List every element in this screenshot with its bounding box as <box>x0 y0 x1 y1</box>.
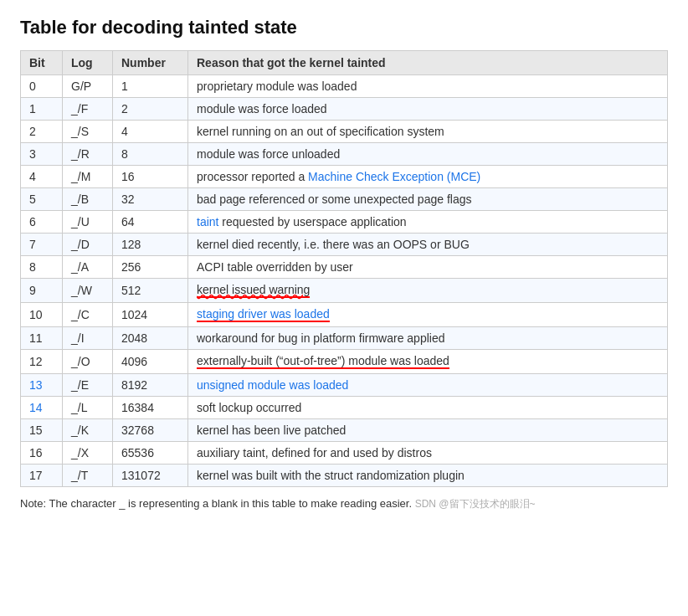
cell-log: _/E <box>63 374 113 397</box>
col-header-log: Log <box>63 51 113 75</box>
cell-log: G/P <box>63 75 113 98</box>
table-row: 3_/R8module was force unloaded <box>21 143 668 166</box>
table-row: 15_/K32768kernel has been live patched <box>21 419 668 442</box>
table-row: 7_/D128kernel died recently, i.e. there … <box>21 234 668 256</box>
cell-bit: 16 <box>21 442 63 465</box>
cell-number: 16 <box>113 166 188 188</box>
cell-log: _/I <box>63 327 113 350</box>
staging-link[interactable]: staging driver was loaded <box>197 307 330 321</box>
cell-bit: 9 <box>21 279 63 303</box>
table-row: 8_/A256ACPI table overridden by user <box>21 256 668 279</box>
cell-bit: 3 <box>21 143 63 166</box>
taint-link[interactable]: taint <box>197 215 218 228</box>
cell-reason: workaround for bug in platform firmware … <box>188 327 668 350</box>
table-row: 16_/X65536auxiliary taint, defined for a… <box>21 442 668 465</box>
cell-bit: 0 <box>21 75 63 98</box>
cell-number: 4096 <box>113 350 188 374</box>
cell-number: 32 <box>113 188 188 211</box>
cell-bit: 14 <box>21 397 63 419</box>
cell-log: _/T <box>63 465 113 487</box>
table-row: 4_/M16processor reported a Machine Check… <box>21 166 668 188</box>
cell-log: _/U <box>63 211 113 234</box>
table-row: 1_/F2module was force loaded <box>21 98 668 121</box>
cell-log: _/F <box>63 98 113 121</box>
table-header-row: Bit Log Number Reason that got the kerne… <box>21 51 668 75</box>
cell-bit: 13 <box>21 374 63 397</box>
cell-number: 2 <box>113 98 188 121</box>
cell-reason: unsigned module was loaded <box>188 374 668 397</box>
cell-number: 65536 <box>113 442 188 465</box>
cell-bit: 6 <box>21 211 63 234</box>
cell-log: _/M <box>63 166 113 188</box>
table-row: 12_/O4096externally-built (“out-of-tree”… <box>21 350 668 374</box>
cell-bit: 2 <box>21 121 63 143</box>
cell-reason: kernel running on an out of specificatio… <box>188 121 668 143</box>
cell-number: 32768 <box>113 419 188 442</box>
table-row: 9_/W512kernel issued warning <box>21 279 668 303</box>
cell-bit: 4 <box>21 166 63 188</box>
cell-number: 256 <box>113 256 188 279</box>
cell-reason: taint requested by userspace application <box>188 211 668 234</box>
cell-log: _/B <box>63 188 113 211</box>
cell-bit: 1 <box>21 98 63 121</box>
cell-log: _/S <box>63 121 113 143</box>
cell-reason: kernel has been live patched <box>188 419 668 442</box>
unsigned-link[interactable]: unsigned module was loaded <box>197 378 348 392</box>
cell-number: 131072 <box>113 465 188 487</box>
cell-reason: ACPI table overridden by user <box>188 256 668 279</box>
cell-number: 1024 <box>113 303 188 327</box>
cell-number: 16384 <box>113 397 188 419</box>
cell-bit: 11 <box>21 327 63 350</box>
cell-bit: 5 <box>21 188 63 211</box>
cell-reason: proprietary module was loaded <box>188 75 668 98</box>
cell-reason: soft lockup occurred <box>188 397 668 419</box>
tainted-state-table: Bit Log Number Reason that got the kerne… <box>20 50 668 487</box>
cell-reason: module was force unloaded <box>188 143 668 166</box>
table-row: 2_/S4kernel running on an out of specifi… <box>21 121 668 143</box>
bit-link[interactable]: 14 <box>29 401 43 414</box>
cell-log: _/L <box>63 397 113 419</box>
cell-bit: 12 <box>21 350 63 374</box>
cell-number: 8192 <box>113 374 188 397</box>
cell-bit: 10 <box>21 303 63 327</box>
table-row: 6_/U64taint requested by userspace appli… <box>21 211 668 234</box>
cell-reason: kernel died recently, i.e. there was an … <box>188 234 668 256</box>
table-row: 17_/T131072kernel was built with the str… <box>21 465 668 487</box>
cell-bit: 7 <box>21 234 63 256</box>
table-row: 5_/B32bad page referenced or some unexpe… <box>21 188 668 211</box>
cell-reason: auxiliary taint, defined for and used by… <box>188 442 668 465</box>
cell-number: 128 <box>113 234 188 256</box>
note-text: Note: The character _ is representing a … <box>20 497 668 511</box>
cell-number: 8 <box>113 143 188 166</box>
col-header-bit: Bit <box>21 51 63 75</box>
col-header-reason: Reason that got the kernel tainted <box>188 51 668 75</box>
table-row: 0G/P1proprietary module was loaded <box>21 75 668 98</box>
table-row: 14_/L16384soft lockup occurred <box>21 397 668 419</box>
cell-log: _/W <box>63 279 113 303</box>
bit-link[interactable]: 13 <box>29 378 43 392</box>
cell-number: 1 <box>113 75 188 98</box>
cell-reason: bad page referenced or some unexpected p… <box>188 188 668 211</box>
table-row: 13_/E8192unsigned module was loaded <box>21 374 668 397</box>
cell-log: _/R <box>63 143 113 166</box>
cell-reason: kernel was built with the struct randomi… <box>188 465 668 487</box>
watermark-text: SDN @留下没技术的眼泪~ <box>415 498 536 510</box>
cell-log: _/C <box>63 303 113 327</box>
page-title: Table for decoding tainted state <box>20 17 668 38</box>
cell-log: _/O <box>63 350 113 374</box>
cell-number: 64 <box>113 211 188 234</box>
col-header-number: Number <box>113 51 188 75</box>
table-row: 11_/I2048workaround for bug in platform … <box>21 327 668 350</box>
cell-number: 2048 <box>113 327 188 350</box>
cell-reason: externally-built (“out-of-tree”) module … <box>188 350 668 374</box>
cell-log: _/X <box>63 442 113 465</box>
cell-number: 512 <box>113 279 188 303</box>
cell-bit: 17 <box>21 465 63 487</box>
cell-reason: processor reported a Machine Check Excep… <box>188 166 668 188</box>
cell-bit: 8 <box>21 256 63 279</box>
cell-bit: 15 <box>21 419 63 442</box>
cell-number: 4 <box>113 121 188 143</box>
cell-log: _/K <box>63 419 113 442</box>
machine-check-link[interactable]: Machine Check Exception (MCE) <box>308 170 480 183</box>
cell-log: _/D <box>63 234 113 256</box>
